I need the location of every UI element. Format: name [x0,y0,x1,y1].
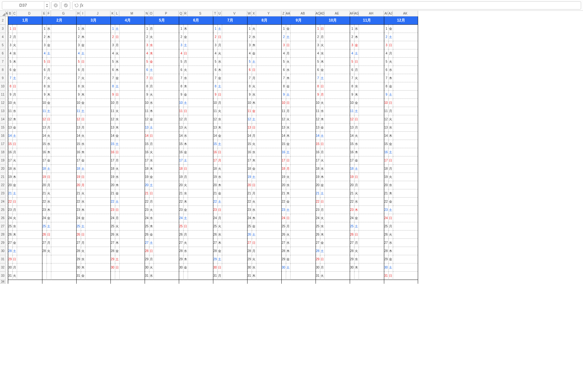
day-note-cell[interactable] [17,222,42,231]
column-header[interactable]: AK [393,11,418,16]
day-note-cell[interactable] [17,206,42,214]
day-note-cell[interactable] [85,123,110,132]
day-note-cell[interactable] [154,165,179,173]
day-note-cell[interactable] [222,132,247,140]
day-note-cell[interactable] [256,222,281,231]
day-note-cell[interactable] [222,255,247,263]
day-note-cell[interactable] [325,222,350,231]
day-note-cell[interactable] [51,231,76,239]
day-note-cell[interactable] [154,123,179,132]
day-note-cell[interactable] [154,41,179,49]
day-note-cell[interactable] [154,263,179,272]
row-header[interactable]: 9 [0,74,6,82]
day-note-cell[interactable] [291,214,316,222]
day-note-cell[interactable] [154,148,179,156]
day-note-cell[interactable] [393,107,418,115]
day-note-cell[interactable] [51,214,76,222]
day-note-cell[interactable] [120,25,145,33]
row-header[interactable]: 29 [0,239,6,247]
day-note-cell[interactable] [325,214,350,222]
day-note-cell[interactable] [188,66,213,74]
day-note-cell[interactable] [393,165,418,173]
day-note-cell[interactable] [291,206,316,214]
stepper-down-icon[interactable]: ▼ [44,5,50,8]
column-header[interactable]: AF [350,11,354,16]
day-note-cell[interactable] [188,231,213,239]
day-note-cell[interactable] [51,247,76,255]
day-note-cell[interactable] [325,231,350,239]
day-note-cell[interactable] [17,181,42,189]
day-note-cell[interactable] [393,132,418,140]
day-note-cell[interactable] [17,140,42,148]
day-note-cell[interactable] [85,91,110,99]
day-note-cell[interactable] [85,173,110,181]
day-note-cell[interactable] [17,74,42,82]
day-note-cell[interactable] [17,123,42,132]
row-header[interactable]: 16 [0,132,6,140]
column-header[interactable]: T [213,11,217,16]
row-header[interactable]: 27 [0,222,6,231]
day-note-cell[interactable] [359,132,384,140]
day-note-cell[interactable] [222,181,247,189]
row-header[interactable]: 10 [0,82,6,91]
column-header[interactable]: E [42,11,47,16]
day-note-cell[interactable] [85,41,110,49]
day-note-cell[interactable] [120,132,145,140]
day-note-cell[interactable] [17,272,42,280]
day-note-cell[interactable] [325,239,350,247]
day-note-cell[interactable] [188,173,213,181]
day-note-cell[interactable] [256,123,281,132]
row-header[interactable]: 31 [0,255,6,263]
day-note-cell[interactable] [359,91,384,99]
day-note-cell[interactable] [393,222,418,231]
day-note-cell[interactable] [325,123,350,132]
day-note-cell[interactable] [393,148,418,156]
day-note-cell[interactable] [120,239,145,247]
day-note-cell[interactable] [17,165,42,173]
day-note-cell[interactable] [256,231,281,239]
day-note-cell[interactable] [51,33,76,41]
day-note-cell[interactable] [17,132,42,140]
day-note-cell[interactable] [256,49,281,58]
day-note-cell[interactable] [291,66,316,74]
day-note-cell[interactable] [325,115,350,123]
day-note-cell[interactable] [325,132,350,140]
day-note-cell[interactable] [291,99,316,107]
day-note-cell[interactable] [393,74,418,82]
day-note-cell[interactable] [188,148,213,156]
day-note-cell[interactable] [256,115,281,123]
row-header[interactable]: 24 [0,198,6,206]
day-note-cell[interactable] [222,49,247,58]
column-header[interactable]: AD [320,11,324,16]
column-header[interactable]: I [81,11,85,16]
day-note-cell[interactable] [120,74,145,82]
day-note-cell[interactable] [291,231,316,239]
day-note-cell[interactable] [51,272,76,280]
day-note-cell[interactable] [291,74,316,82]
day-note-cell[interactable] [85,74,110,82]
day-note-cell[interactable] [120,99,145,107]
row-header[interactable]: 30 [0,247,6,255]
row-header[interactable]: 34 [0,280,6,284]
day-note-cell[interactable] [17,173,42,181]
day-note-cell[interactable] [325,181,350,189]
row-header[interactable]: 20 [0,165,6,173]
row-header[interactable]: 2 [0,16,6,25]
day-note-cell[interactable] [393,25,418,33]
row-header[interactable]: 3 [0,25,6,33]
day-note-cell[interactable] [256,25,281,33]
row-header[interactable]: 8 [0,66,6,74]
day-note-cell[interactable] [154,173,179,181]
day-note-cell[interactable] [222,189,247,198]
day-note-cell[interactable] [85,272,110,280]
day-note-cell[interactable] [85,263,110,272]
day-note-cell[interactable] [120,49,145,58]
day-note-cell[interactable] [256,181,281,189]
day-note-cell[interactable] [256,239,281,247]
row-header[interactable]: 25 [0,206,6,214]
day-note-cell[interactable] [359,33,384,41]
column-header[interactable]: AE [324,11,350,16]
row-header[interactable]: 22 [0,181,6,189]
column-header[interactable]: Z [281,11,286,16]
day-note-cell[interactable] [359,165,384,173]
